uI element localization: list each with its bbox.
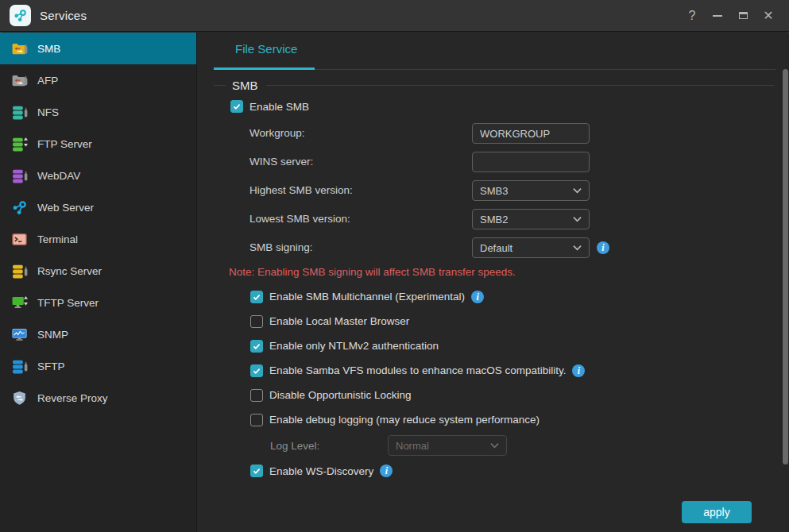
- info-icon[interactable]: i: [471, 291, 484, 303]
- enable-samba-vfs-modules-to-enhance-macos-compatibility-checkbox[interactable]: [250, 364, 263, 377]
- sidebar-item-nfs[interactable]: NFS: [0, 96, 196, 128]
- section-header-smb: SMB: [214, 79, 774, 92]
- tab-file-service[interactable]: File Service: [235, 42, 297, 56]
- section-title: SMB: [232, 79, 258, 92]
- sidebar-item-tftp-server[interactable]: TFTP Server: [0, 287, 196, 318]
- sidebar-item-reverse-proxy[interactable]: Reverse Proxy: [0, 382, 196, 414]
- sidebar-item-label: TFTP Server: [37, 297, 99, 309]
- option-row-enable-samba-vfs-modules-to-enhance-macos-compatibility: Enable Samba VFS modules to enhance macO…: [250, 364, 585, 389]
- services-app-icon: [10, 5, 31, 26]
- smb-options: Enable SMB Multichannel (Experimental)iE…: [250, 291, 585, 438]
- server-plug-icon: [11, 168, 28, 184]
- info-icon[interactable]: i: [597, 241, 609, 254]
- sidebar-item-afp[interactable]: AFP: [0, 64, 196, 96]
- sidebar-item-label: Web Server: [37, 202, 94, 214]
- log-level-value: Normal: [396, 440, 429, 452]
- sidebar-item-sftp[interactable]: SFTP: [0, 350, 196, 382]
- lowest-smb-version-label: Lowest SMB version:: [249, 209, 350, 229]
- sidebar-item-label: WebDAV: [37, 170, 80, 182]
- sidebar-item-label: Terminal: [37, 233, 78, 245]
- chevron-down-icon: [573, 187, 582, 194]
- field-row-lowest-smb-version: Lowest SMB version:SMB2: [197, 209, 789, 237]
- ws-discovery-label: Enable WS-Discovery: [269, 465, 373, 477]
- enable-debug-logging-may-reduce-system-performance-label: Enable debug logging (may reduce system …: [269, 414, 540, 426]
- log-level-label: Log Level:: [270, 440, 388, 452]
- disable-opportunistic-locking-label: Disable Opportunistic Locking: [269, 389, 412, 401]
- server-plug-icon: [11, 263, 28, 279]
- ws-discovery-checkbox[interactable]: [250, 465, 263, 477]
- smb-fields: Workgroup:WINS server:Highest SMB versio…: [197, 123, 789, 266]
- server-plug-icon: [11, 358, 28, 375]
- sidebar-item-webdav[interactable]: WebDAV: [0, 160, 196, 191]
- sidebar-item-label: Reverse Proxy: [37, 392, 108, 404]
- option-row-enable-only-ntlmv2-authentication: Enable only NTLMv2 authentication: [250, 340, 585, 364]
- monitor-chart-icon: [11, 326, 28, 343]
- section-line: [266, 85, 774, 86]
- enable-debug-logging-may-reduce-system-performance-checkbox[interactable]: [250, 414, 263, 426]
- log-level-select[interactable]: Normal: [388, 435, 507, 456]
- maximize-icon: [739, 12, 748, 19]
- sidebar-item-label: Rsync Server: [37, 265, 102, 277]
- sidebar-item-ftp-server[interactable]: FTP Server: [0, 128, 196, 160]
- minimize-button[interactable]: [705, 4, 730, 28]
- chevron-down-icon: [573, 245, 582, 251]
- enable-smb-checkbox[interactable]: [230, 100, 243, 113]
- enable-only-ntlmv2-authentication-checkbox[interactable]: [250, 340, 263, 353]
- enable-samba-vfs-modules-to-enhance-macos-compatibility-label: Enable Samba VFS modules to enhance macO…: [269, 364, 566, 376]
- log-level-row: Log Level: Normal: [270, 435, 507, 456]
- field-row-highest-smb-version: Highest SMB version:SMB3: [197, 180, 789, 209]
- disable-opportunistic-locking-checkbox[interactable]: [250, 389, 263, 402]
- section-dash: [214, 85, 226, 86]
- highest-smb-version-select[interactable]: SMB3: [472, 180, 590, 201]
- services-window: Services ?✕ SMBAFPNFSFTP ServerWebDAVWeb…: [0, 0, 789, 532]
- monitor-sync-icon: [11, 295, 28, 311]
- field-row-smb-signing: SMB signing:Defaulti: [197, 237, 789, 266]
- sidebar-item-label: SMB: [37, 43, 60, 55]
- maximize-button[interactable]: [730, 4, 756, 28]
- sidebar-item-terminal[interactable]: Terminal: [0, 223, 196, 255]
- minimize-icon: [713, 15, 722, 17]
- enable-only-ntlmv2-authentication-label: Enable only NTLMv2 authentication: [269, 340, 439, 352]
- wins-server-label: WINS server:: [249, 152, 313, 172]
- window-title: Services: [40, 9, 87, 22]
- wins-server-input[interactable]: [472, 152, 590, 172]
- field-row-wins-server: WINS server:: [197, 152, 789, 180]
- option-row-disable-opportunistic-locking: Disable Opportunistic Locking: [250, 389, 585, 414]
- apply-button[interactable]: apply: [682, 501, 752, 523]
- workgroup-input[interactable]: [472, 123, 590, 144]
- server-plug-icon: [11, 104, 28, 121]
- highest-smb-version-label: Highest SMB version:: [249, 180, 353, 201]
- enable-local-master-browser-checkbox[interactable]: [250, 315, 263, 328]
- smb-signing-note: Note: Enabling SMB signing will affect S…: [229, 266, 516, 278]
- window-controls: ?✕: [679, 4, 781, 28]
- enable-smb-multichannel-experimental-label: Enable SMB Multichannel (Experimental): [269, 291, 465, 303]
- sidebar-item-web-server[interactable]: Web Server: [0, 191, 196, 223]
- sidebar-item-smb[interactable]: SMB: [0, 33, 196, 64]
- terminal-icon: [11, 231, 28, 248]
- sidebar-item-label: FTP Server: [37, 138, 92, 150]
- shield-sync-icon: [11, 390, 28, 407]
- scrollbar-thumb[interactable]: [783, 69, 788, 465]
- smb-signing-select[interactable]: Default: [472, 237, 590, 258]
- enable-local-master-browser-label: Enable Local Master Browser: [269, 315, 409, 327]
- share-nodes-icon: [11, 199, 28, 216]
- lowest-smb-version-select[interactable]: SMB2: [472, 209, 590, 229]
- info-icon[interactable]: i: [380, 465, 393, 477]
- sidebar-item-rsync-server[interactable]: Rsync Server: [0, 255, 196, 287]
- sidebar-item-label: SNMP: [37, 329, 68, 341]
- option-row-enable-local-master-browser: Enable Local Master Browser: [250, 315, 585, 340]
- enable-smb-row: Enable SMB: [230, 100, 309, 113]
- sidebar-item-label: SFTP: [37, 360, 65, 372]
- sidebar-item-label: AFP: [37, 75, 58, 87]
- help-button[interactable]: ?: [679, 4, 705, 28]
- info-icon[interactable]: i: [572, 364, 585, 377]
- close-button[interactable]: ✕: [756, 4, 781, 28]
- titlebar: Services ?✕: [0, 0, 789, 32]
- ws-discovery-row: Enable WS-Discovery i: [250, 465, 393, 477]
- field-row-workgroup: Workgroup:: [197, 123, 789, 152]
- folder-sync-icon: [11, 72, 28, 89]
- sidebar-item-snmp[interactable]: SNMP: [0, 318, 196, 350]
- smb-signing-label: SMB signing:: [249, 237, 313, 258]
- chevron-down-icon: [490, 442, 499, 449]
- enable-smb-multichannel-experimental-checkbox[interactable]: [250, 291, 263, 303]
